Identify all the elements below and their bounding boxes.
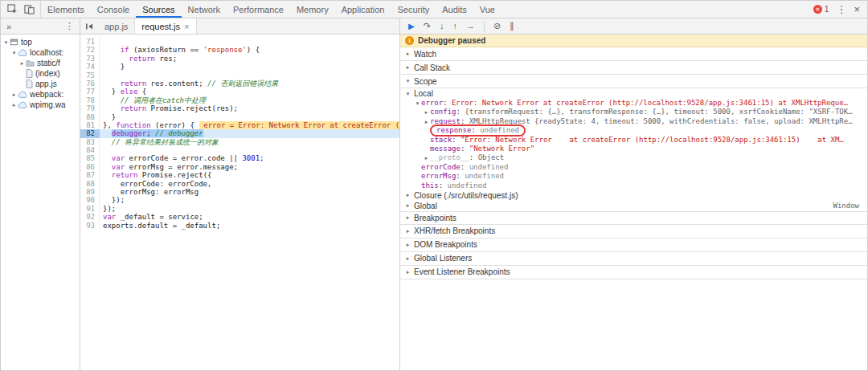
line-number[interactable]: 71 [80,38,100,46]
navigator-toggle-icon[interactable] [80,18,98,34]
step-over-icon[interactable]: ↷ [424,22,431,31]
line-content: return Promise.reject({ [100,171,211,179]
navigator-overflow-icon[interactable]: » [6,22,11,31]
line-number[interactable]: 76 [80,80,100,88]
section-watch[interactable]: ▸Watch [400,47,867,61]
scope-global[interactable]: ▸GlobalWindow [400,201,867,211]
more-options-icon[interactable]: ⋮ [836,4,846,14]
section-event-listener-breakpoints[interactable]: ▸Event Listener Breakpoints [400,266,867,279]
deactivate-breakpoints-icon[interactable]: ⊘ [493,22,501,31]
line-number[interactable]: 88 [80,180,100,188]
section-call-stack[interactable]: ▸Call Stack [400,61,867,75]
tree-item-webpack[interactable]: ▸webpack: [1,89,80,100]
line-content: } else { [100,88,146,96]
close-devtools-icon[interactable]: × [854,4,860,14]
line-number[interactable]: 91 [80,205,100,213]
tree-item-app-js[interactable]: app.js [1,79,80,89]
expand-arrow-icon[interactable]: ▸ [10,102,18,108]
scope-local[interactable]: ▾Local [400,88,867,99]
property-proto[interactable]: ▸__proto__: Object [400,153,867,162]
code-line: 74 } [80,63,399,71]
panel-tab-elements[interactable]: Elements [41,1,91,18]
inspect-element-icon[interactable] [5,3,19,16]
triangle-icon: ▸ [404,255,411,262]
tree-item-wpimg-wa[interactable]: ▸wpimg.wa [1,100,80,110]
line-number[interactable]: 80 [80,113,100,121]
triangle-icon: ▸ [404,51,411,57]
panel-tab-audits[interactable]: Audits [436,1,473,18]
panel-tab-console[interactable]: Console [91,1,136,18]
line-content: // 将异常结果封装成统一的对象 [100,138,219,146]
step-icon[interactable]: → [466,22,475,31]
folder-icon [26,59,35,67]
line-number[interactable]: 83 [80,138,100,146]
section-global-listeners[interactable]: ▸Global Listeners [400,252,867,266]
section-dom-breakpoints[interactable]: ▸DOM Breakpoints [400,238,867,252]
scope-closure-src-utils-request-js[interactable]: ▸Closure (./src/utils/request.js) [400,190,867,201]
resume-icon[interactable]: ▶ [408,22,415,31]
triangle-icon[interactable]: ▸ [423,108,430,116]
line-number[interactable]: 79 [80,104,100,112]
expand-arrow-icon[interactable]: ▾ [10,50,18,56]
property-error[interactable]: ▾error: Error: Network Error at createEr… [400,99,867,108]
file-tab-request-js[interactable]: request.js× [135,18,196,34]
line-number[interactable]: 82 [80,129,100,137]
debugger-paused-banner: i Debugger paused [400,35,867,47]
section-xhr-fetch-breakpoints[interactable]: ▸XHR/fetch Breakpoints [400,225,867,238]
expand-arrow-icon[interactable]: ▸ [10,92,18,98]
close-tab-icon[interactable]: × [184,22,189,31]
property-response[interactable]: response: undefined [400,126,867,135]
property-errorcode[interactable]: errorCode: undefined [400,163,867,172]
panel-tab-network[interactable]: Network [182,1,227,18]
console-error-badge[interactable]: ✕ 1 [813,5,829,14]
property-stack[interactable]: stack: "Error: Network Error at createEr… [400,136,867,145]
panel-tab-security[interactable]: Security [391,1,436,18]
line-number[interactable]: 85 [80,154,100,162]
triangle-icon[interactable]: ▾ [414,99,421,108]
pause-on-exceptions-icon[interactable]: ∥ [510,22,514,31]
panel-tab-memory[interactable]: Memory [290,1,335,18]
line-number[interactable]: 93 [80,222,100,230]
section-breakpoints[interactable]: ▸Breakpoints [400,211,867,225]
section-label: XHR/fetch Breakpoints [414,226,495,235]
line-number[interactable]: 77 [80,88,100,96]
triangle-icon[interactable]: ▸ [423,153,430,162]
tree-item-localhost[interactable]: ▾localhost: [1,47,80,58]
panel-tab-application[interactable]: Application [335,1,391,18]
line-number[interactable]: 89 [80,188,100,196]
panel-tab-vue[interactable]: Vue [473,1,502,18]
step-into-icon[interactable]: ↓ [440,22,444,31]
expand-arrow-icon[interactable]: ▸ [18,60,26,67]
line-number[interactable]: 73 [80,55,100,63]
step-out-icon[interactable]: ↑ [452,22,457,31]
line-number[interactable]: 81 [80,121,100,129]
expand-arrow-icon[interactable]: ▾ [2,39,10,46]
line-number[interactable]: 74 [80,63,100,71]
line-number[interactable]: 84 [80,146,100,154]
panel-tab-sources[interactable]: Sources [136,1,181,18]
section-scope[interactable]: ▾Scope [400,75,867,88]
line-number[interactable]: 90 [80,196,100,204]
property-errormsg[interactable]: errorMsg: undefined [400,172,867,181]
line-number[interactable]: 75 [80,71,100,80]
panel-tab-performance[interactable]: Performance [227,1,290,18]
line-number[interactable]: 92 [80,213,100,221]
tree-item-static-f[interactable]: ▸static/f [1,58,80,68]
section-label: Call Stack [414,63,450,72]
line-content: errorMsg: errorMsg [100,188,199,196]
property-config[interactable]: ▸config: {transformRequest: {…}, transfo… [400,108,867,116]
navigator-more-icon[interactable]: ⋮ [65,21,74,31]
tree-item-index[interactable]: (index) [1,68,80,79]
file-tab-app-js[interactable]: app.js [98,18,135,34]
line-number[interactable]: 72 [80,46,100,54]
triangle-icon[interactable]: ▸ [423,117,430,126]
tree-item-label: (index) [35,69,60,78]
scope-label: Local [414,89,433,98]
line-number[interactable]: 86 [80,163,100,171]
line-number[interactable]: 78 [80,96,100,104]
line-number[interactable]: 87 [80,171,100,179]
property-this[interactable]: this: undefined [400,181,867,190]
device-toolbar-icon[interactable] [22,3,36,16]
property-message[interactable]: message: "Network Error" [400,145,867,153]
tree-item-top[interactable]: ▾top [1,37,80,47]
